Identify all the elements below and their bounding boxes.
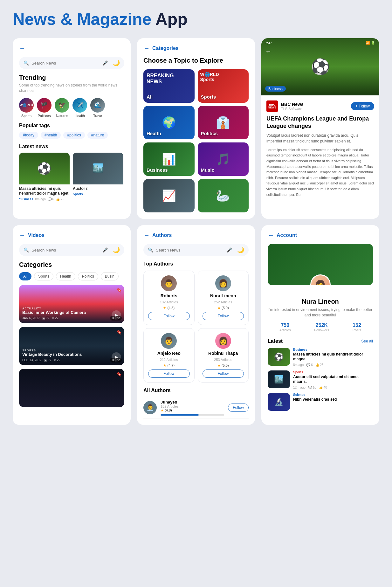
latest-item-3[interactable]: 🔬 Science Nibh venenatis cras sed [268, 393, 373, 411]
videos-header-title: Videos [28, 232, 45, 238]
video-bg-3: 🔖 [19, 369, 124, 407]
mic-icon-4[interactable]: 🎤 [102, 247, 108, 252]
news-thumb-1[interactable]: ⚽ Massa ultricies mi quis hendrerit dolo… [19, 153, 70, 201]
follow-button-junayed[interactable]: Follow [228, 404, 249, 412]
search-bar-1[interactable]: 🔍 🎤 🌙 [19, 57, 124, 69]
search-bar-4[interactable]: 🔍 🎤 🌙 [19, 244, 124, 256]
follow-button[interactable]: + Follow [351, 102, 374, 110]
tag-health[interactable]: #health [41, 132, 61, 139]
search-input-4[interactable] [31, 248, 100, 252]
author-card-robinu: 👩 Robinu Thapa 253 Articles ★ (5.0) Foll… [198, 328, 249, 383]
cat-item-music[interactable]: 🎵 Music [198, 142, 249, 176]
tab-sports[interactable]: Sports [34, 272, 53, 280]
chip-sports[interactable]: W🌐RLD Sports [19, 98, 34, 118]
tag-today[interactable]: #today [19, 132, 38, 139]
popular-tags-title: Popular tags [19, 123, 124, 128]
bookmark-icon-3[interactable]: 🔖 [116, 371, 122, 376]
search-input-1[interactable] [31, 61, 100, 66]
video-title-2: Vintage Beauty in Decorations [22, 352, 109, 357]
bookmark-icon-1[interactable]: 🔖 [116, 287, 122, 293]
cat-label-health: Health [147, 131, 161, 136]
follow-button-nura[interactable]: Follow [203, 312, 244, 320]
author-rating-nura: ★ (5.0) [217, 306, 229, 310]
back-arrow-icon-2[interactable]: ← [143, 45, 150, 52]
back-arrow-icon-5[interactable]: ← [143, 231, 150, 239]
see-all-button[interactable]: See all [361, 339, 373, 343]
news-thumb-2[interactable]: 🏙️ Auctor r... Sports . [73, 153, 123, 201]
top-authors-title: Top Authors [143, 261, 249, 267]
video-card-3[interactable]: 🔖 [19, 369, 124, 407]
card-authors: ← Authors 🔍 🎤 🌙 Top Authors 👨 Roberts 13… [137, 225, 255, 425]
mic-icon-5[interactable]: 🎤 [227, 247, 232, 252]
author-rating-roberts: ★ (4.8) [163, 306, 175, 310]
chip-circle-natures: 🦅 [55, 98, 69, 113]
cat-item-health[interactable]: 🌍 Health [143, 106, 195, 139]
status-bar: 7:47 📶 🔋 [265, 41, 375, 45]
latest-time-1: 8m ago [293, 363, 304, 367]
card4-header: ← Videos [19, 231, 124, 239]
avatar-anjelo: 👨 [161, 333, 177, 349]
latest-likes-1: 👍 25 [315, 363, 324, 367]
back-arrow-icon-4[interactable]: ← [19, 231, 25, 239]
tab-business[interactable]: Busin [101, 272, 119, 280]
bbc-logo: BBCNEWS [266, 100, 278, 112]
back-arrow-icon[interactable]: ← [19, 45, 25, 52]
video-info-2: SPORTS Vintage Beauty in Decorations FEB… [22, 349, 109, 362]
chip-health[interactable]: ✈️ Health [72, 98, 87, 118]
back-arrow-icon-3[interactable]: ← [265, 48, 272, 55]
mic-icon-1[interactable]: 🎤 [102, 60, 108, 66]
search-bar-5[interactable]: 🔍 🎤 🌙 [143, 244, 249, 256]
cat-item-politics[interactable]: 👔 Politics [198, 106, 249, 139]
video-card-1[interactable]: 🔖 ACTUALITY Basic Inner Workings of Came… [19, 285, 124, 323]
latest-likes-2: 👍 40 [319, 386, 327, 389]
latest-item-2[interactable]: 🏙️ Sports Auctor elit sed vulputate mi s… [268, 370, 373, 389]
cat-item-wildlife[interactable]: 🦢 [198, 179, 249, 212]
cat-explore-title: Choose a Topic to Explore [143, 57, 249, 64]
chip-label-politics: Politices [38, 114, 51, 118]
cat-item-sports[interactable]: Sports [198, 69, 249, 103]
chip-natures[interactable]: 🦅 Natures [55, 98, 69, 118]
cat-item-all[interactable]: All [143, 69, 195, 103]
moon-icon-1[interactable]: 🌙 [113, 59, 120, 66]
chip-politics[interactable]: 🏴 Politices [37, 98, 52, 118]
chip-circle-health: ✈️ [72, 98, 87, 113]
tab-health[interactable]: Health [56, 272, 75, 280]
stat-label-articles: Articles [279, 328, 291, 332]
news-cat-2: Sports . [73, 192, 85, 196]
tab-all[interactable]: All [19, 272, 31, 280]
author-articles-anjelo: 212 Articles [160, 358, 178, 362]
author-list-junayed: 👨‍💼 Junayed 152 Articles ★ (4.8) Follow [143, 397, 249, 418]
chip-label-health: Health [75, 114, 85, 118]
bookmark-icon-2[interactable]: 🔖 [116, 329, 122, 335]
moon-icon-5[interactable]: 🌙 [237, 246, 244, 253]
authors-grid: 👨 Roberts 132 Articles ★ (4.8) Follow 👩 … [143, 271, 249, 383]
news-cat-1: Business [19, 197, 33, 201]
news-headline-1: Massa ultricies mi quis hendrerit dolor … [19, 186, 70, 196]
cat-item-economy[interactable]: 📈 [143, 179, 195, 212]
all-authors-title: All Authors [143, 388, 249, 393]
latest-meta-1: 8m ago 💬 6 👍 25 [293, 363, 373, 367]
follow-button-roberts[interactable]: Follow [148, 312, 190, 320]
author-rating-robinu: ★ (5.0) [217, 363, 229, 368]
search-input-5[interactable] [156, 248, 224, 252]
hero-badge: Business [265, 86, 286, 92]
stat-articles: 750 Articles [279, 322, 291, 332]
follow-button-robinu[interactable]: Follow [203, 369, 244, 378]
moon-icon-4[interactable]: 🌙 [113, 246, 120, 253]
chip-travel[interactable]: 🌊 Trave [90, 98, 105, 118]
chip-label-sports: Sports [21, 114, 31, 118]
back-arrow-icon-6[interactable]: ← [268, 231, 274, 239]
video-card-2[interactable]: 🔖 SPORTS Vintage Beauty in Decorations F… [19, 327, 124, 365]
cat-label-business: Business [147, 167, 168, 173]
follow-button-anjelo[interactable]: Follow [148, 369, 190, 378]
videos-section-title: Categories [19, 261, 124, 268]
article-body: Lorem ipsum dolor sit amet, consectetur … [266, 147, 374, 197]
latest-item-1[interactable]: ⚽ Business Massa ultricies mi quis hendr… [268, 348, 373, 367]
tag-nature[interactable]: #nature [87, 132, 108, 139]
video-bg-2: 🔖 SPORTS Vintage Beauty in Decorations F… [19, 327, 124, 365]
tab-politics[interactable]: Politics [78, 272, 98, 280]
news-subrow-1: Business 8m ago 💬 6 👍 25 [19, 197, 70, 201]
tags-row: #today #health #politics #nature [19, 132, 124, 139]
tag-politics[interactable]: #politics [63, 132, 85, 139]
cat-item-business[interactable]: 📊 Business [143, 142, 195, 176]
